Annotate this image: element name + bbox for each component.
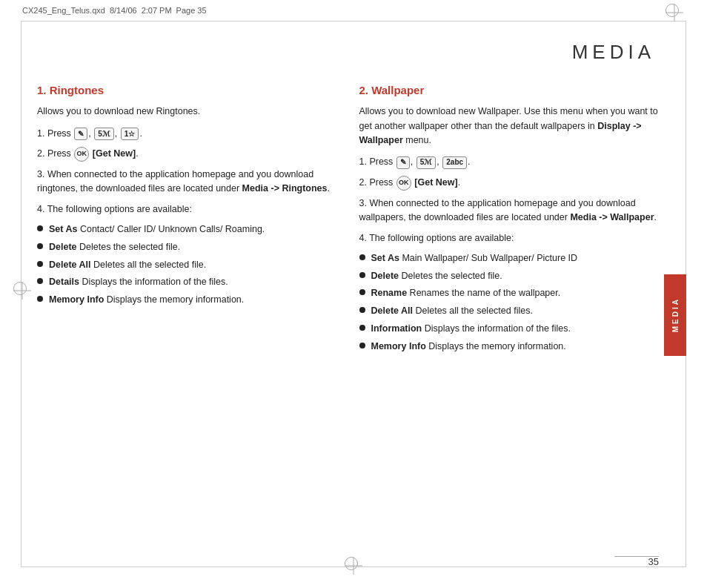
time: 2:07 PM [142,6,172,15]
step2-prefix-2: 2. Press [359,177,394,188]
bullet-dot [359,343,365,348]
bullet-dot [359,254,365,260]
section1-step2: 2. Press OK [Get New]. [37,147,337,162]
section1-bullets: Set As Contact/ Caller ID/ Unknown Calls… [37,222,337,307]
bullet-content: Memory Info Displays the memory informat… [371,340,660,354]
step2-suffix: [Get New]. [93,148,139,159]
filename: CX245_Eng_Telus.qxd [22,6,105,15]
key-ok-2: OK [396,176,411,191]
page-title: MEDIA [572,41,655,64]
list-item: Rename Renames the name of the wallpaper… [359,286,660,300]
side-tab: MEDIA [664,274,686,356]
bullet-dot [359,289,365,295]
step1-prefix: 1. Press [37,128,71,139]
col-wallpaper: 2. Wallpaper Allows you to download new … [359,82,660,551]
bullet-content: Set As Main Wallpaper/ Sub Wallpaper/ Pi… [371,251,660,265]
bullet-dot [359,272,365,278]
col-ringtones: 1. Ringtones Allows you to download new … [37,82,337,551]
section1-step3: 3. When connected to the application hom… [37,168,337,196]
key-5m-1: 5ℳ [94,128,114,140]
list-item: Details Displays the information of the … [37,275,337,289]
section1-step1: 1. Press ✎, 5ℳ, 1☆. [37,127,337,141]
bullet-content: Details Displays the information of the … [49,275,337,289]
bullet-content: Delete Deletes the selected file. [49,240,337,254]
list-item: Information Displays the information of … [359,322,660,336]
bullet-dot [37,296,43,302]
section2-step1: 1. Press ✎, 5ℳ, 2abc. [359,155,660,169]
bullet-content: Memory Info Displays the memory informat… [49,293,337,307]
step2-prefix: 2. Press [37,148,71,159]
bullet-dot [37,243,43,249]
bullet-dot [359,307,365,313]
key-ok-1: OK [74,147,89,162]
bullet-content: Delete All Deletes all the selected file… [49,258,337,272]
crosshair-left [13,282,31,300]
key-slash-1: ✎ [74,128,87,140]
list-item: Set As Main Wallpaper/ Sub Wallpaper/ Pi… [359,251,660,265]
bullet-content: Information Displays the information of … [371,322,660,336]
bullet-content: Set As Contact/ Caller ID/ Unknown Calls… [49,222,337,237]
step3-text: 3. When connected to the application hom… [37,169,330,194]
bullet-dot [359,325,365,331]
main-content: 1. Ringtones Allows you to download new … [37,82,659,551]
bullet-content: Delete All Deletes all the selected file… [371,304,660,318]
page-ref: Page 35 [176,6,207,15]
section2-title: 2. Wallpaper [359,82,660,99]
list-item: Delete All Deletes all the selected file… [359,304,660,318]
crosshair-bottom [345,557,362,575]
date: 8/14/06 [110,6,137,15]
bullet-dot [37,261,43,267]
section2-step4: 4. The following options are available: [359,231,660,245]
key-slash-2: ✎ [396,156,410,169]
step3-text-2: 3. When connected to the application hom… [359,198,657,222]
section2-bullets: Set As Main Wallpaper/ Sub Wallpaper/ Pi… [359,251,660,354]
bullet-content: Rename Renames the name of the wallpaper… [371,286,660,300]
side-tab-label: MEDIA [671,297,680,332]
bullet-content: Delete Deletes the selected file. [371,269,660,283]
list-item: Delete All Deletes all the selected file… [37,258,337,272]
bullet-dot [37,278,43,284]
page-number: 35 [648,556,659,567]
section1-step4: 4. The following options are available: [37,202,337,217]
crosshair-topright [665,4,683,22]
section1-title: 1. Ringtones [37,82,337,99]
section2-step2: 2. Press OK [Get New]. [359,176,660,191]
section2-step3: 3. When connected to the application hom… [359,196,660,225]
top-bar: CX245_Eng_Telus.qxd 8/14/06 2:07 PM Page… [22,6,207,15]
list-item: Delete Deletes the selected file. [359,269,660,283]
list-item: Delete Deletes the selected file. [37,240,337,254]
section2-intro: Allows you to download new Wallpaper. Us… [359,105,660,148]
step1-prefix-2: 1. Press [359,156,394,167]
list-item: Memory Info Displays the memory informat… [37,293,337,307]
section1-intro: Allows you to download new Ringtones. [37,105,337,119]
key-5m-2: 5ℳ [416,156,437,169]
key-2abc: 2abc [442,156,467,169]
list-item: Set As Contact/ Caller ID/ Unknown Calls… [37,222,337,237]
step2-suffix-2: [Get New]. [414,177,460,188]
list-item: Memory Info Displays the memory informat… [359,340,660,354]
bullet-dot [37,225,43,231]
key-1star-1: 1☆ [121,128,139,140]
